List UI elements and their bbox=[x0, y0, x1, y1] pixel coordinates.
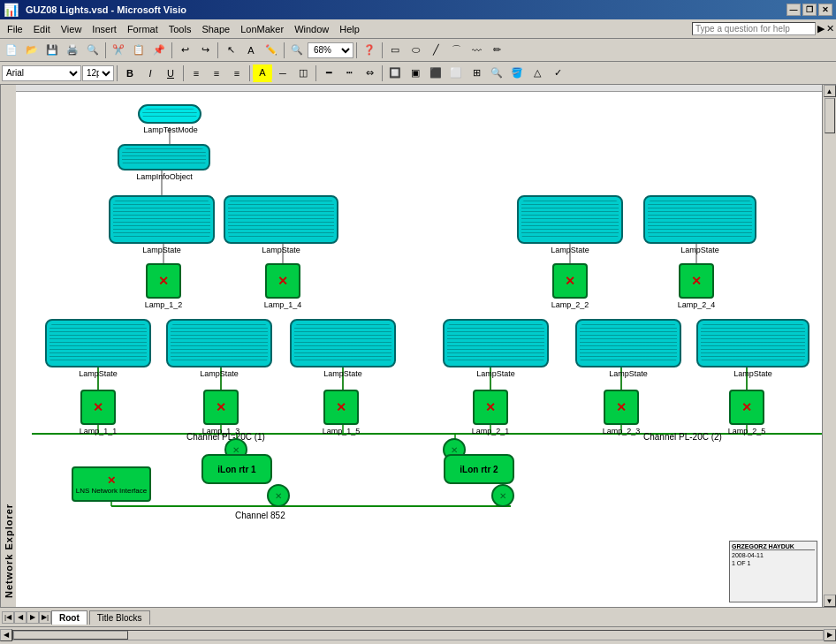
snap-glue[interactable]: 🔲 bbox=[385, 64, 405, 82]
network-explorer-panel[interactable]: Network Explorer bbox=[0, 85, 16, 607]
tab-title-blocks[interactable]: Title Blocks bbox=[89, 610, 150, 625]
send-back[interactable]: ⬜ bbox=[446, 64, 466, 82]
menu-format[interactable]: Format bbox=[122, 22, 163, 36]
help-search-go[interactable]: ▶ bbox=[817, 23, 825, 34]
tb-select[interactable]: ↖ bbox=[221, 42, 240, 59]
lamp-btn-1-3[interactable] bbox=[203, 390, 239, 425]
lamp-btn-1-1[interactable] bbox=[80, 390, 116, 425]
menu-file[interactable]: File bbox=[2, 22, 28, 36]
menu-insert[interactable]: Insert bbox=[87, 22, 122, 36]
sep6 bbox=[382, 42, 383, 58]
page-prev[interactable]: ◀ bbox=[14, 611, 27, 624]
tb-paste[interactable]: 📌 bbox=[149, 42, 169, 59]
restore-button[interactable]: ❐ bbox=[802, 4, 817, 16]
scroll-up-btn[interactable]: ▲ bbox=[824, 85, 836, 97]
menu-shape[interactable]: Shape bbox=[196, 22, 235, 36]
tb-ellipse[interactable]: ⬭ bbox=[406, 42, 425, 59]
tb-new[interactable]: 📄 bbox=[2, 42, 21, 59]
line-color[interactable]: ─ bbox=[273, 64, 293, 82]
fill-color[interactable]: A bbox=[253, 64, 272, 82]
align-shapes[interactable]: ⊞ bbox=[467, 64, 486, 82]
tb-rect[interactable]: ▭ bbox=[385, 42, 405, 59]
scroll-track[interactable] bbox=[824, 97, 836, 595]
bring-front[interactable]: ⬛ bbox=[426, 64, 445, 82]
lamp-state-top-3-label: LampState bbox=[517, 246, 623, 254]
tb-open[interactable]: 📂 bbox=[22, 42, 42, 59]
page-first[interactable]: |◀ bbox=[2, 611, 14, 624]
tb-undo[interactable]: ↩ bbox=[175, 42, 194, 59]
lamp-btn-2-1[interactable] bbox=[473, 390, 508, 425]
tb-copy[interactable]: 📋 bbox=[129, 42, 148, 59]
font-size-select[interactable]: 12pt bbox=[82, 65, 114, 81]
align-right[interactable]: ≡ bbox=[227, 64, 247, 82]
tb-connect[interactable]: ✏️ bbox=[262, 42, 281, 59]
tb-save[interactable]: 💾 bbox=[42, 42, 62, 59]
ilon2-box[interactable]: iLon rtr 2 bbox=[444, 454, 514, 484]
tb-pencil[interactable]: ✏ bbox=[487, 42, 506, 59]
scroll-thumb[interactable] bbox=[825, 98, 835, 133]
page-last[interactable]: ▶| bbox=[39, 611, 51, 624]
lamp-btn-1-2[interactable] bbox=[146, 263, 181, 299]
italic-btn[interactable]: I bbox=[141, 64, 160, 82]
help-close[interactable]: ✕ bbox=[826, 23, 834, 34]
lns-box[interactable]: ✕ LNS Network Interface bbox=[72, 466, 151, 502]
tb-freeform[interactable]: 〰 bbox=[467, 42, 486, 59]
lamp-state-mid-2-label: LampState bbox=[166, 369, 272, 378]
menu-view[interactable]: View bbox=[56, 22, 87, 36]
menu-window[interactable]: Window bbox=[289, 22, 334, 36]
zoom-dropdown[interactable]: 68%50%75%100% bbox=[308, 42, 353, 58]
lamp-state-mid-5-label: LampState bbox=[575, 369, 681, 378]
close-button[interactable]: ✕ bbox=[818, 4, 832, 16]
line-dash[interactable]: ┅ bbox=[339, 64, 359, 82]
lamp-btn-2-5[interactable] bbox=[729, 390, 764, 425]
lamp-state-mid-5 bbox=[575, 319, 681, 367]
title-block-page: 1 OF 1 bbox=[732, 560, 815, 566]
menu-lonmaker[interactable]: LonMaker bbox=[235, 22, 289, 36]
zoom-fit[interactable]: 🔍 bbox=[487, 64, 506, 82]
lamp-state-mid-6 bbox=[696, 319, 809, 367]
group[interactable]: ▣ bbox=[406, 64, 425, 82]
tb-arc[interactable]: ⌒ bbox=[446, 42, 466, 59]
scroll-down-btn[interactable]: ▼ bbox=[824, 595, 836, 607]
triangle-shape[interactable]: △ bbox=[528, 64, 547, 82]
menu-tools[interactable]: Tools bbox=[163, 22, 197, 36]
minimize-button[interactable]: — bbox=[787, 4, 801, 16]
lamp-btn-1-5[interactable] bbox=[323, 390, 359, 425]
lamp-btn-1-4[interactable] bbox=[265, 263, 300, 299]
h-scroll-thumb[interactable] bbox=[13, 631, 128, 640]
lamp-btn-2-2[interactable] bbox=[552, 263, 588, 299]
lns-x-icon: ✕ bbox=[107, 474, 116, 487]
tb-line[interactable]: ╱ bbox=[426, 42, 445, 59]
tb-help[interactable]: ❓ bbox=[360, 42, 379, 59]
align-left[interactable]: ≡ bbox=[186, 64, 206, 82]
check-shape[interactable]: ✓ bbox=[548, 64, 567, 82]
tb-text[interactable]: A bbox=[241, 42, 261, 59]
channel-2-label: Channel PL-20C (2) bbox=[643, 432, 722, 442]
tb-print-preview[interactable]: 🔍 bbox=[83, 42, 103, 59]
right-scrollbar: ▲ ▼ bbox=[822, 85, 836, 607]
scroll-left-btn[interactable]: ◀ bbox=[0, 629, 12, 641]
scroll-right-btn[interactable]: ▶ bbox=[824, 629, 836, 641]
fill-btn2[interactable]: 🪣 bbox=[507, 64, 527, 82]
shadow[interactable]: ◫ bbox=[293, 64, 313, 82]
tb-redo[interactable]: ↪ bbox=[195, 42, 215, 59]
font-select[interactable]: Arial bbox=[2, 65, 81, 81]
line-weight[interactable]: ━ bbox=[319, 64, 338, 82]
tb-cut[interactable]: ✂️ bbox=[109, 42, 128, 59]
bold-btn[interactable]: B bbox=[120, 64, 140, 82]
help-search-input[interactable] bbox=[692, 22, 816, 35]
lamp-state-top-1-label: LampState bbox=[109, 246, 215, 254]
h-scroll-track[interactable] bbox=[12, 630, 824, 640]
menu-edit[interactable]: Edit bbox=[28, 22, 56, 36]
align-center[interactable]: ≡ bbox=[207, 64, 226, 82]
ilon1-box[interactable]: iLon rtr 1 bbox=[201, 454, 272, 484]
underline-btn[interactable]: U bbox=[161, 64, 180, 82]
lamp-btn-2-3[interactable] bbox=[604, 390, 639, 425]
connector[interactable]: ⇔ bbox=[360, 64, 379, 82]
tb-zoom-out[interactable]: 🔍 bbox=[287, 42, 307, 59]
page-next[interactable]: ▶ bbox=[27, 611, 39, 624]
tb-print[interactable]: 🖨️ bbox=[63, 42, 82, 59]
tab-root[interactable]: Root bbox=[51, 610, 87, 625]
menu-help[interactable]: Help bbox=[334, 22, 365, 36]
lamp-btn-2-4[interactable] bbox=[679, 263, 714, 299]
